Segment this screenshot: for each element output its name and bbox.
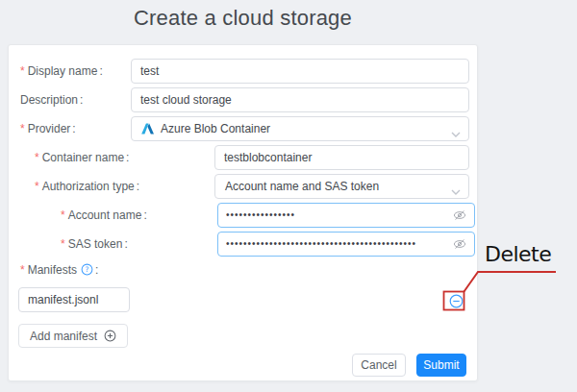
plus-circle-icon [104, 330, 116, 342]
required-asterisk: * [35, 180, 39, 193]
description-label: Description: [20, 87, 83, 112]
display-name-label: *Display name: [20, 59, 103, 84]
form-row-container-name: *Container name: [9, 145, 477, 170]
chevron-down-icon [451, 184, 461, 198]
required-asterisk: * [20, 64, 25, 78]
azure-icon [141, 123, 154, 135]
authorization-type-label: *Authorization type: [35, 174, 139, 199]
manifest-item-row [9, 287, 477, 312]
submit-button[interactable]: Submit [416, 354, 466, 377]
add-manifest-button[interactable]: Add manifest [18, 324, 128, 348]
required-asterisk: * [20, 263, 25, 277]
create-cloud-storage-dialog: Create a cloud storage *Display name: De… [0, 0, 577, 392]
form-row-authorization-type: *Authorization type: Account name and SA… [9, 174, 477, 199]
container-name-label: *Container name: [35, 145, 129, 170]
add-manifest-label: Add manifest [30, 330, 97, 343]
cloud-storage-form: *Display name: Description: *Provider: A… [8, 44, 478, 381]
form-row-manifests-label: *Manifests?: [9, 257, 477, 282]
sas-token-label: *SAS token: [61, 232, 128, 257]
delete-annotation-label: Delete [485, 242, 551, 266]
provider-label: *Provider: [20, 116, 76, 141]
form-row-description: Description: [9, 87, 477, 112]
form-row-display-name: *Display name: [9, 59, 477, 84]
sas-token-input[interactable]: ••••••••••••••••••••••••••••••••••••••••… [217, 232, 475, 257]
manifests-label: *Manifests?: [20, 257, 98, 282]
display-name-input[interactable] [131, 59, 469, 84]
form-row-sas-token: *SAS token: ••••••••••••••••••••••••••••… [9, 232, 477, 257]
help-icon[interactable]: ? [81, 263, 93, 276]
container-name-input[interactable] [214, 145, 469, 170]
required-asterisk: * [35, 151, 39, 164]
eye-invisible-icon[interactable] [453, 208, 466, 222]
form-row-account-name: *Account name: •••••••••••••••• [9, 203, 477, 228]
account-name-label: *Account name: [61, 203, 147, 228]
provider-value: Azure Blob Container [161, 122, 270, 135]
form-row-provider: *Provider: Azure Blob Container [9, 116, 477, 141]
description-input[interactable] [131, 87, 469, 112]
chevron-down-icon [451, 127, 461, 140]
authorization-type-value: Account name and SAS token [225, 180, 379, 193]
eye-invisible-icon[interactable] [453, 237, 466, 251]
authorization-type-select[interactable]: Account name and SAS token [214, 174, 469, 199]
cancel-button[interactable]: Cancel [352, 354, 406, 377]
account-name-input[interactable]: •••••••••••••••• [217, 203, 475, 228]
page-title: Create a cloud storage [8, 6, 478, 31]
minus-circle-icon[interactable] [449, 294, 464, 308]
required-asterisk: * [61, 237, 65, 251]
required-asterisk: * [61, 208, 65, 222]
svg-text:?: ? [86, 265, 89, 274]
manifest-input[interactable] [18, 287, 130, 312]
required-asterisk: * [20, 122, 25, 135]
sas-token-masked-value: ••••••••••••••••••••••••••••••••••••••••… [226, 233, 447, 256]
account-name-masked-value: •••••••••••••••• [226, 204, 447, 227]
provider-select[interactable]: Azure Blob Container [131, 116, 469, 141]
